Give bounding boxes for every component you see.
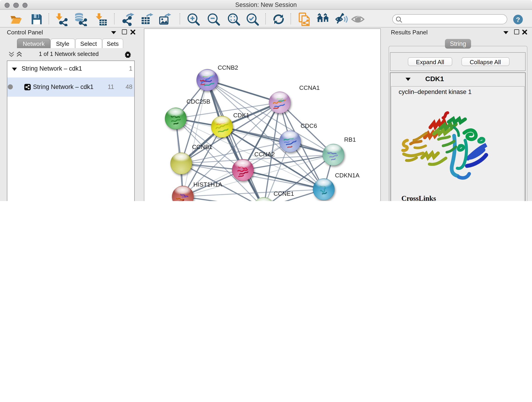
svg-text:CDC25B: CDC25B bbox=[186, 98, 210, 105]
svg-text:CCNB2: CCNB2 bbox=[218, 64, 238, 71]
svg-text:HIST1H1A: HIST1H1A bbox=[193, 181, 222, 188]
svg-text:CCNB1: CCNB1 bbox=[192, 143, 212, 150]
svg-text:CCNA2: CCNA2 bbox=[254, 151, 275, 158]
svg-text:CDK1: CDK1 bbox=[233, 112, 249, 119]
svg-text:RB1: RB1 bbox=[344, 136, 356, 143]
svg-text:CCNE1: CCNE1 bbox=[273, 190, 294, 197]
svg-text:CDKN1A: CDKN1A bbox=[335, 172, 360, 179]
svg-text:CCNA1: CCNA1 bbox=[299, 84, 320, 91]
svg-text:CDC6: CDC6 bbox=[301, 122, 317, 129]
